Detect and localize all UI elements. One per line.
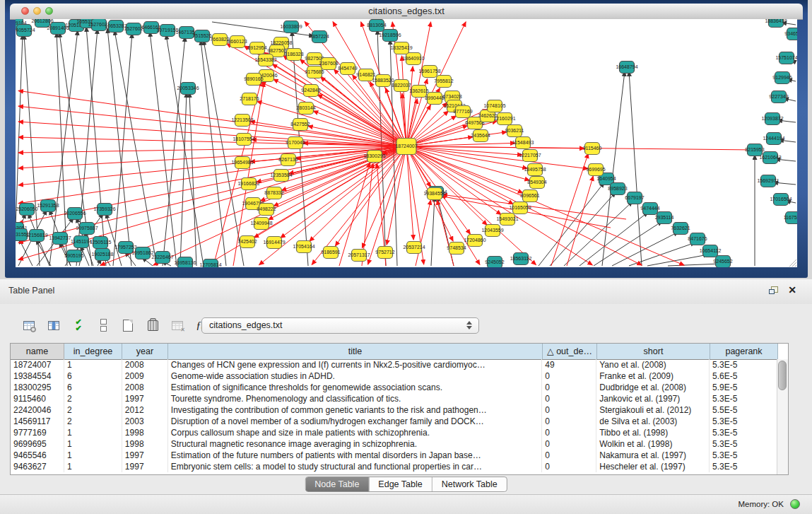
network-node[interactable]: 8912954 — [247, 42, 266, 54]
column-header-out_de[interactable]: △ out_de… — [543, 344, 597, 359]
cell-pagerank[interactable]: 5.6E-5 — [710, 370, 777, 382]
network-node[interactable]: 12217057 — [519, 150, 541, 162]
delete-rows-icon[interactable] — [145, 317, 160, 333]
network-node[interactable]: 9245652 — [713, 256, 732, 268]
cell-pagerank[interactable]: 5.3E-5 — [710, 359, 777, 370]
cell-name[interactable]: 9777169 — [11, 427, 64, 438]
column-header-in_degree[interactable]: in_degree — [64, 344, 122, 359]
cell-short[interactable]: Stergiakouli et al. (2012) — [596, 404, 710, 416]
network-node[interactable]: 8990448 — [425, 93, 444, 105]
network-node[interactable]: 8813054 — [367, 20, 386, 32]
network-node[interactable]: 17054164 — [293, 241, 314, 253]
cell-name[interactable]: 22420046 — [11, 404, 64, 416]
cell-pagerank[interactable]: 5.5E-5 — [710, 404, 777, 416]
cell-pagerank[interactable]: 5.3E-5 — [710, 461, 777, 472]
cell-in_degree[interactable]: 2 — [64, 416, 122, 427]
network-hub-node[interactable]: 18724007 — [395, 139, 417, 155]
select-column-icon[interactable] — [46, 317, 61, 333]
table-row[interactable]: 969969511998Structural magnetic resonanc… — [11, 438, 777, 450]
network-node[interactable]: 8878332 — [264, 187, 283, 199]
network-node[interactable]: 17016504 — [770, 194, 792, 206]
cell-out_de[interactable]: 0 — [542, 438, 596, 450]
network-node[interactable]: 2935114 — [655, 212, 674, 224]
network-node[interactable]: 8660123 — [228, 36, 247, 48]
network-node[interactable]: 16958136 — [174, 257, 196, 268]
network-node[interactable]: 9474444 — [640, 203, 659, 215]
table-selector-dropdown[interactable]: citations_edges.txt — [201, 317, 479, 334]
network-node[interactable]: 15493021 — [496, 214, 518, 226]
network-window-titlebar[interactable]: citations_edges.txt — [10, 4, 803, 20]
network-node[interactable]: 8186328 — [284, 49, 303, 61]
network-node[interactable]: 7663822 — [210, 34, 229, 46]
cell-name[interactable]: 18300295 — [11, 382, 64, 393]
network-node[interactable]: 16648794 — [616, 62, 637, 74]
float-panel-icon[interactable] — [769, 286, 778, 295]
table-row[interactable]: 911546021997Tourette syndrome. Phenomeno… — [11, 393, 777, 404]
network-node[interactable]: 8471676 — [688, 233, 707, 245]
cell-short[interactable]: Nakamura et al. (1997) — [596, 450, 710, 461]
cell-short[interactable]: Jankovic et al. (1997) — [596, 393, 710, 404]
network-node[interactable]: 9752712 — [375, 247, 394, 259]
network-node[interactable]: 15692971 — [757, 175, 779, 187]
network-node[interactable]: 9890165 — [244, 74, 263, 86]
cell-year[interactable]: 1997 — [122, 393, 168, 404]
table-row[interactable]: 977716911998Corpus callosum shape and si… — [11, 427, 777, 438]
network-node[interactable]: 12444194 — [763, 133, 784, 145]
cell-name[interactable]: 9465546 — [11, 450, 64, 461]
network-node[interactable]: 8822037 — [392, 80, 411, 92]
table-row[interactable]: 1830029562008Estimation of significance … — [11, 382, 777, 393]
network-node[interactable]: 2718176 — [240, 93, 259, 105]
cell-pagerank[interactable]: 5.3E-5 — [710, 450, 777, 461]
cell-short[interactable]: Yano et al. (2008) — [596, 359, 710, 370]
network-node[interactable]: 8549304 — [527, 177, 546, 189]
network-node[interactable]: 7857224 — [310, 31, 329, 43]
network-node[interactable]: 9115460 — [583, 143, 602, 155]
cell-short[interactable]: Tibbo et al. (1998) — [596, 427, 710, 438]
network-node[interactable]: 15751074 — [775, 52, 797, 64]
network-canvas[interactable]: 1853910414055724206128062089140612051868… — [16, 19, 797, 267]
select-all-rows-icon[interactable]: ✔✔ — [71, 317, 86, 333]
table-row[interactable]: 946362711997Embryonic stem cells: a mode… — [11, 461, 777, 472]
cell-name[interactable]: 9115460 — [11, 393, 64, 404]
cell-name[interactable]: 18724007 — [11, 359, 64, 370]
cell-name[interactable]: 19384554 — [11, 370, 64, 382]
cell-title[interactable]: Estimation of significance thresholds fo… — [168, 382, 543, 393]
network-node[interactable]: 18107554 — [233, 134, 254, 146]
network-node[interactable]: 7425402 — [237, 236, 257, 248]
close-panel-icon[interactable]: ✕ — [788, 284, 796, 296]
network-node[interactable]: 15291358 — [37, 200, 59, 212]
network-node[interactable]: 7632621 — [671, 223, 690, 235]
tab-node-table[interactable]: Node Table — [305, 477, 368, 491]
cell-in_degree[interactable]: 1 — [64, 438, 122, 450]
cell-out_de[interactable]: 0 — [542, 416, 596, 427]
network-node[interactable]: 19166822 — [237, 178, 259, 190]
cell-pagerank[interactable]: 5.3E-5 — [710, 427, 777, 438]
cell-out_de[interactable]: 0 — [542, 370, 596, 382]
cell-in_degree[interactable]: 1 — [64, 461, 122, 472]
cell-year[interactable]: 2009 — [122, 370, 168, 382]
column-header-year[interactable]: year — [122, 344, 168, 359]
network-node[interactable]: 8215953 — [745, 144, 764, 156]
table-scrollbar[interactable] — [777, 359, 788, 474]
cell-title[interactable]: Embryonic stem cells: a model to study s… — [168, 461, 543, 472]
cell-year[interactable]: 2003 — [122, 416, 168, 427]
network-node[interactable]: 20571317 — [348, 250, 370, 262]
cell-pagerank[interactable]: 5.3E-5 — [710, 416, 777, 427]
cell-title[interactable]: Investigating the contribution of common… — [168, 404, 543, 416]
network-node[interactable]: 9186591 — [321, 247, 340, 259]
network-node[interactable]: 17359326 — [93, 204, 115, 216]
network-node[interactable]: 16210643 — [759, 152, 781, 164]
cell-year[interactable]: 1997 — [122, 450, 168, 461]
cell-year[interactable]: 2008 — [122, 359, 168, 370]
network-node[interactable]: 16033809 — [280, 21, 302, 33]
cell-title[interactable]: Corpus callosum shape and size in male p… — [168, 427, 543, 438]
column-header-name[interactable]: name — [11, 344, 64, 359]
network-node[interactable]: 25206050 — [16, 204, 37, 216]
cell-in_degree[interactable]: 2 — [64, 393, 122, 404]
cell-pagerank[interactable]: 5.9E-5 — [710, 382, 777, 393]
network-node[interactable]: 18563112 — [510, 253, 532, 265]
table-row[interactable]: 1872400712008Changes of HCN gene express… — [11, 359, 777, 370]
column-header-short[interactable]: short — [597, 344, 710, 359]
cell-short[interactable]: Wolkin et al. (1998) — [596, 438, 710, 450]
network-node[interactable]: 1527602 — [124, 23, 143, 35]
